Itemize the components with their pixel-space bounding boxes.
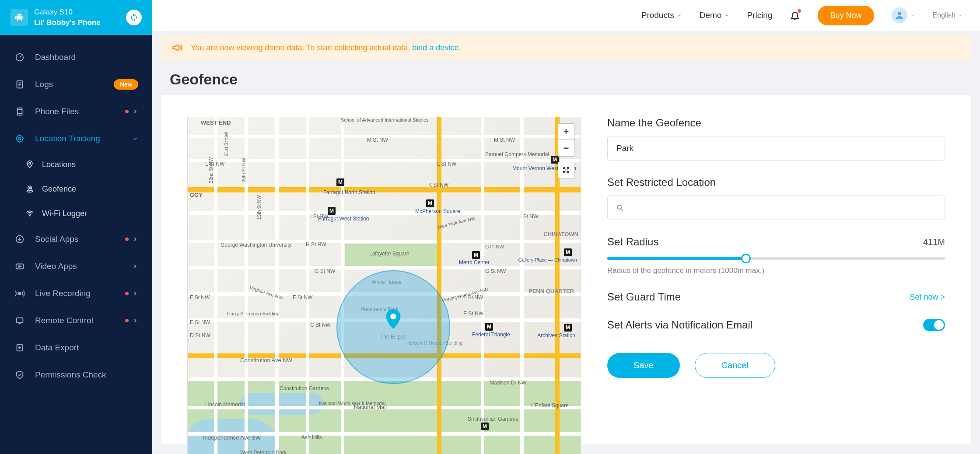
nav-locations[interactable]: Locations bbox=[0, 152, 152, 177]
location-subnav: Locations Geofence Wi-Fi Logger bbox=[0, 152, 152, 226]
metro-marker: M bbox=[472, 251, 480, 259]
alert-dot bbox=[125, 110, 129, 113]
map-label: 19th St NW bbox=[256, 195, 262, 220]
map-label: School of Advanced International Studies bbox=[341, 117, 429, 122]
radius-slider[interactable] bbox=[607, 257, 945, 260]
svg-point-7 bbox=[29, 187, 30, 189]
guard-time-label: Set Guard Time bbox=[607, 291, 681, 303]
sync-button[interactable] bbox=[126, 10, 142, 25]
new-badge: New bbox=[114, 79, 138, 90]
nav-data-export[interactable]: Data Export bbox=[0, 334, 152, 361]
chevron-down-icon bbox=[132, 136, 138, 142]
alerts-toggle[interactable] bbox=[923, 319, 945, 331]
map-label: G St NW bbox=[315, 268, 335, 274]
buy-now-button[interactable]: Buy Now bbox=[818, 6, 874, 25]
name-input[interactable] bbox=[607, 136, 945, 161]
location-label: Set Restricted Location bbox=[607, 176, 945, 189]
map[interactable]: + − bbox=[187, 117, 581, 454]
map-pin-icon bbox=[385, 309, 401, 329]
nav-permissions-check[interactable]: Permissions Check bbox=[0, 361, 152, 388]
nav-products[interactable]: Products bbox=[641, 10, 682, 20]
nav-geofence[interactable]: Geofence bbox=[0, 177, 152, 201]
zoom-in-button[interactable]: + bbox=[558, 123, 574, 140]
nav-label-permissions: Permissions Check bbox=[35, 370, 138, 380]
wifi-icon bbox=[24, 208, 35, 219]
content: You are now viewing demo data. To start … bbox=[152, 31, 980, 454]
location-search-input[interactable] bbox=[607, 196, 945, 220]
nav-remote-control[interactable]: Remote Control bbox=[0, 307, 152, 334]
geofence-icon bbox=[24, 184, 35, 194]
banner-text-suffix: . bbox=[458, 43, 461, 52]
nav-demo[interactable]: Demo bbox=[700, 10, 730, 20]
map-street bbox=[481, 117, 484, 454]
alert-dot bbox=[125, 292, 129, 295]
account-menu[interactable] bbox=[892, 7, 915, 23]
map-label: 22nd St NW bbox=[208, 157, 214, 183]
svg-point-11 bbox=[18, 292, 21, 295]
sidebar: Galaxy S10 Lil' Bobby's Phone Dashboard … bbox=[0, 0, 152, 454]
metro-marker: M bbox=[564, 324, 572, 332]
map-label: George Washington University bbox=[220, 242, 291, 248]
nav-social-apps[interactable]: Social Apps bbox=[0, 226, 152, 253]
cancel-button[interactable]: Cancel bbox=[695, 353, 775, 378]
fullscreen-button[interactable] bbox=[558, 162, 574, 178]
map-label: Metro Center bbox=[459, 259, 490, 265]
map-label: CHINATOWN bbox=[543, 231, 578, 237]
svg-point-4 bbox=[17, 136, 23, 142]
nav-wifi-logger[interactable]: Wi-Fi Logger bbox=[0, 201, 152, 226]
chevron-down-icon bbox=[958, 13, 962, 17]
megaphone-icon bbox=[172, 42, 183, 53]
map-label: Archives Station bbox=[537, 332, 575, 339]
map-label: F St NW bbox=[293, 294, 312, 300]
nav-label-phone-files: Phone Files bbox=[35, 107, 125, 116]
svg-point-8 bbox=[29, 215, 30, 216]
map-street bbox=[275, 117, 279, 454]
bind-device-link[interactable]: bind a device bbox=[412, 43, 458, 52]
slider-thumb[interactable] bbox=[741, 254, 751, 263]
nav-video-apps[interactable]: Video Apps bbox=[0, 253, 152, 280]
metro-marker: M bbox=[426, 199, 434, 207]
map-street bbox=[437, 117, 441, 454]
map-label: PENN QUARTER bbox=[528, 288, 574, 294]
chevron-down-icon bbox=[724, 13, 729, 18]
svg-rect-12 bbox=[17, 318, 23, 323]
chevron-down-icon bbox=[910, 13, 915, 18]
nav-location-tracking[interactable]: Location Tracking bbox=[0, 125, 152, 152]
nav-phone-files[interactable]: Phone Files bbox=[0, 98, 152, 125]
map-label: I St NW bbox=[310, 213, 328, 220]
nav-demo-label: Demo bbox=[700, 10, 722, 20]
video-icon bbox=[14, 261, 25, 272]
nav-pricing[interactable]: Pricing bbox=[747, 10, 772, 20]
language-selector[interactable]: English bbox=[933, 11, 962, 19]
map-label: 20th St NW bbox=[241, 158, 246, 182]
chevron-right-icon bbox=[132, 263, 138, 269]
notification-dot bbox=[798, 9, 801, 13]
set-now-link[interactable]: Set now > bbox=[910, 293, 945, 302]
nav-label-geofence: Geofence bbox=[42, 185, 76, 194]
nav-label-wifi: Wi-Fi Logger bbox=[42, 209, 87, 218]
svg-point-14 bbox=[898, 12, 901, 15]
zoom-out-button[interactable]: − bbox=[558, 140, 574, 157]
map-label: M St NW bbox=[494, 137, 515, 143]
save-button[interactable]: Save bbox=[607, 353, 680, 378]
nav-logs[interactable]: Logs New bbox=[0, 71, 152, 98]
map-label: Harry S Truman Building bbox=[227, 311, 280, 316]
map-label: Lafayette Square bbox=[369, 251, 409, 257]
nav-label-remote: Remote Control bbox=[35, 316, 125, 325]
metro-marker: M bbox=[328, 207, 336, 215]
nav-dashboard[interactable]: Dashboard bbox=[0, 44, 152, 71]
map-label: E St NW bbox=[463, 311, 483, 317]
phone-files-icon bbox=[14, 106, 25, 117]
remote-icon bbox=[14, 315, 25, 326]
page-title: Geofence bbox=[152, 60, 980, 95]
map-label: Gallery Place — Chinatown bbox=[518, 257, 577, 262]
pin-icon bbox=[24, 159, 35, 170]
chevron-right-icon bbox=[132, 108, 138, 115]
radius-hint: Radius of the geofence in meters (1000m … bbox=[607, 266, 945, 275]
notifications-button[interactable] bbox=[790, 10, 800, 21]
toggle-knob bbox=[934, 320, 944, 330]
map-label: Samuel Gompers Memorial bbox=[485, 151, 549, 157]
nav-live-recording[interactable]: Live Recording bbox=[0, 280, 152, 307]
map-label: WEST END bbox=[201, 119, 231, 126]
nav-label-logs: Logs bbox=[35, 80, 114, 89]
